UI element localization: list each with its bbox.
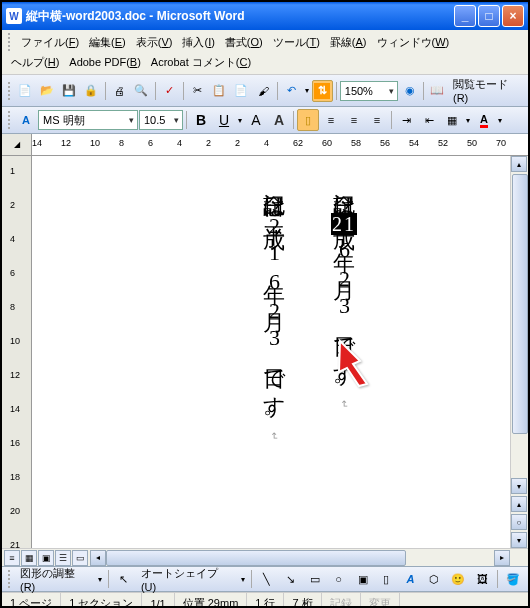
- align-left-button[interactable]: ≡: [320, 109, 342, 131]
- toolbar-grip[interactable]: [8, 33, 12, 51]
- menu-ツール[interactable]: ツール(T): [268, 34, 325, 50]
- print-view-button[interactable]: ▣: [38, 550, 54, 566]
- preview-button[interactable]: 🔍: [131, 80, 152, 102]
- menu-ファイル[interactable]: ファイル(F): [16, 34, 84, 50]
- indent-button[interactable]: ⇥: [395, 109, 417, 131]
- autoshape-dropdown[interactable]: ▾: [239, 575, 247, 584]
- open-button[interactable]: 📂: [37, 80, 58, 102]
- browse-object-button[interactable]: ○: [511, 514, 527, 530]
- line-button[interactable]: ╲: [256, 568, 278, 590]
- menu-ウィンドウ[interactable]: ウィンドウ(W): [372, 34, 455, 50]
- zoom-select[interactable]: 150%: [340, 81, 398, 101]
- select-objects-button[interactable]: ↖: [113, 568, 135, 590]
- undo-button[interactable]: ↶: [281, 80, 302, 102]
- font-color-button[interactable]: A: [473, 109, 495, 131]
- new-doc-button[interactable]: 📄: [15, 80, 36, 102]
- menu-罫線[interactable]: 罫線(A): [325, 34, 372, 50]
- web-view-button[interactable]: ▦: [21, 550, 37, 566]
- distributed-button[interactable]: ▯: [297, 109, 319, 131]
- toolbar-grip[interactable]: [8, 570, 12, 588]
- border-button[interactable]: ▦: [441, 109, 463, 131]
- close-button[interactable]: ×: [502, 5, 524, 27]
- vertical-scrollbar[interactable]: ▴ ▾ ▴ ○ ▾: [510, 156, 528, 548]
- spellcheck-button[interactable]: ✓: [159, 80, 180, 102]
- font-size-select[interactable]: 10.5: [139, 110, 183, 130]
- ruler-corner: ◢: [2, 134, 32, 155]
- menu-表示[interactable]: 表示(V): [131, 34, 178, 50]
- wordart-button[interactable]: A: [399, 568, 421, 590]
- permissions-button[interactable]: 🔒: [81, 80, 102, 102]
- diagram-button[interactable]: ⬡: [423, 568, 445, 590]
- toolbar-grip[interactable]: [8, 82, 12, 100]
- outline-view-button[interactable]: ☰: [55, 550, 71, 566]
- vertical-ruler[interactable]: 1246810121416182021: [2, 156, 32, 566]
- align-center-button[interactable]: ≡: [343, 109, 365, 131]
- font-name-select[interactable]: MS 明朝: [38, 110, 138, 130]
- menu-Acrobat コメント[interactable]: Acrobat コメント(C): [146, 54, 256, 70]
- text-line-1[interactable]: 記念日は平成21年6月23日です。↵: [317, 176, 370, 410]
- next-page-button[interactable]: ▾: [511, 532, 527, 548]
- save-button[interactable]: 💾: [59, 80, 80, 102]
- underline-button[interactable]: U: [213, 109, 235, 131]
- reading-mode-button[interactable]: 閲覧モード(R): [449, 77, 524, 104]
- fill-color-button[interactable]: 🪣: [502, 568, 524, 590]
- vtextbox-button[interactable]: ▯: [376, 568, 398, 590]
- underline-dropdown[interactable]: ▾: [236, 116, 244, 125]
- border-dropdown[interactable]: ▾: [464, 116, 472, 125]
- menu-挿入[interactable]: 挿入(I): [177, 34, 219, 50]
- prev-page-button[interactable]: ▴: [511, 496, 527, 512]
- text-direction-button[interactable]: ⇅: [312, 80, 333, 102]
- clipart-button[interactable]: 🙂: [447, 568, 469, 590]
- hscroll-thumb[interactable]: [106, 550, 406, 566]
- menu-編集[interactable]: 編集(E): [84, 34, 131, 50]
- autoshape-menu[interactable]: オートシェイプ(U): [137, 566, 237, 593]
- paste-button[interactable]: 📄: [231, 80, 252, 102]
- toolbar-grip[interactable]: [8, 111, 12, 129]
- shape-adjust-menu[interactable]: 図形の調整(R): [16, 566, 94, 593]
- copy-button[interactable]: 📋: [209, 80, 230, 102]
- menu-ヘルプ[interactable]: ヘルプ(H): [6, 54, 64, 70]
- status-pageof: 1/1: [142, 593, 174, 608]
- document-page[interactable]: 記念日は平成21年6月23日です。↵ 記念日は平成21年6月23日です。↵: [32, 156, 510, 548]
- align-justify-button[interactable]: ≡: [366, 109, 388, 131]
- oval-button[interactable]: ○: [328, 568, 350, 590]
- scroll-left-button[interactable]: ◂: [90, 550, 106, 566]
- scroll-thumb[interactable]: [512, 174, 528, 434]
- picture-button[interactable]: 🖼: [471, 568, 493, 590]
- format-painter-button[interactable]: 🖌: [253, 80, 274, 102]
- separator: [186, 111, 187, 129]
- arrow-button[interactable]: ↘: [280, 568, 302, 590]
- status-page: 1 ページ: [2, 593, 61, 608]
- minimize-button[interactable]: _: [454, 5, 476, 27]
- window-controls: _ □ ×: [454, 5, 524, 27]
- menu-Adobe PDF[interactable]: Adobe PDF(B): [64, 54, 146, 70]
- maximize-button[interactable]: □: [478, 5, 500, 27]
- scroll-up-button[interactable]: ▴: [511, 156, 527, 172]
- print-button[interactable]: 🖨: [109, 80, 130, 102]
- status-line: 1 行: [247, 593, 284, 608]
- title-bar: W 縦中横-word2003.doc - Microsoft Word _ □ …: [2, 2, 528, 30]
- reading-view-button[interactable]: ▭: [72, 550, 88, 566]
- cut-button[interactable]: ✂: [187, 80, 208, 102]
- scroll-down-button[interactable]: ▾: [511, 478, 527, 494]
- horizontal-ruler[interactable]: ◢ 1412108642246260585654525070: [2, 134, 528, 156]
- undo-dropdown[interactable]: ▾: [303, 86, 311, 95]
- styles-button[interactable]: A: [15, 109, 37, 131]
- shape-adjust-dropdown[interactable]: ▾: [96, 575, 104, 584]
- textbox-button[interactable]: ▣: [352, 568, 374, 590]
- read-icon[interactable]: 📖: [427, 80, 448, 102]
- font-a2-button[interactable]: A: [268, 109, 290, 131]
- font-color-dropdown[interactable]: ▾: [496, 116, 504, 125]
- bold-button[interactable]: B: [190, 109, 212, 131]
- scroll-right-button[interactable]: ▸: [494, 550, 510, 566]
- font-a1-button[interactable]: A: [245, 109, 267, 131]
- separator: [497, 570, 498, 588]
- rectangle-button[interactable]: ▭: [304, 568, 326, 590]
- view-buttons: ≡ ▦ ▣ ☰ ▭: [2, 550, 90, 566]
- normal-view-button[interactable]: ≡: [4, 550, 20, 566]
- menu-書式[interactable]: 書式(O): [220, 34, 268, 50]
- outdent-button[interactable]: ⇤: [418, 109, 440, 131]
- separator: [251, 570, 252, 588]
- text-line-2[interactable]: 記念日は平成21年6月23日です。↵: [247, 176, 300, 442]
- help-button[interactable]: ◉: [399, 80, 420, 102]
